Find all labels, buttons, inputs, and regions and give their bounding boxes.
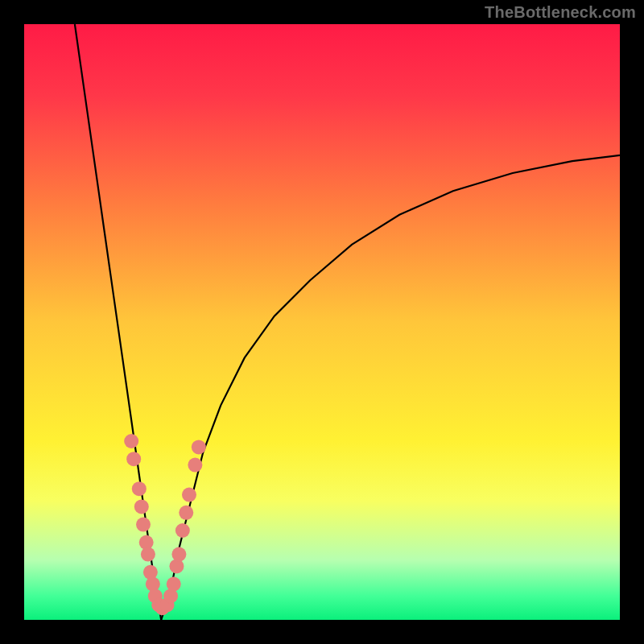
- data-marker: [132, 481, 147, 496]
- gradient-background: [24, 24, 620, 620]
- data-marker: [124, 434, 138, 448]
- data-marker: [143, 565, 158, 580]
- data-marker: [192, 440, 206, 454]
- data-marker: [175, 523, 190, 538]
- data-marker: [182, 488, 196, 502]
- data-marker: [179, 506, 193, 520]
- chart-svg: [24, 24, 620, 620]
- data-marker: [134, 499, 149, 514]
- data-marker: [126, 452, 141, 466]
- data-marker: [167, 577, 181, 592]
- plot-area: [24, 24, 620, 620]
- chart-frame: TheBottleneck.com: [0, 0, 644, 644]
- data-marker: [188, 458, 202, 473]
- data-marker: [136, 518, 151, 532]
- data-marker: [171, 547, 186, 562]
- watermark-text: TheBottleneck.com: [485, 3, 636, 22]
- data-marker: [146, 577, 160, 592]
- data-marker: [169, 559, 184, 573]
- data-marker: [141, 547, 155, 562]
